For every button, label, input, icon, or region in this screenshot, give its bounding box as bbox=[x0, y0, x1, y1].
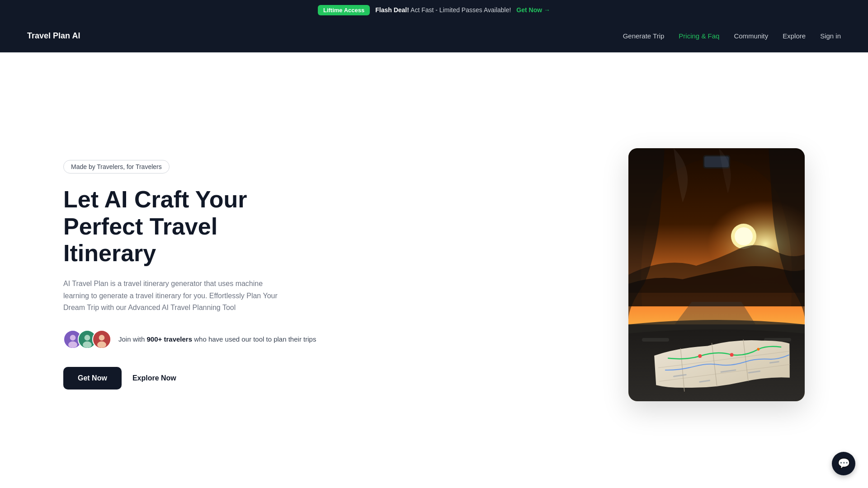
avatar-group bbox=[63, 330, 111, 349]
flash-bold-text: Flash Deal! bbox=[375, 6, 409, 14]
hero-section: Made by Travelers, for Travelers Let AI … bbox=[0, 52, 868, 488]
nav-item-generate-trip[interactable]: Generate Trip bbox=[623, 32, 665, 40]
svg-point-7 bbox=[99, 335, 105, 341]
nav-link-signin[interactable]: Sign in bbox=[820, 32, 841, 40]
nav-link-pricing[interactable]: Pricing & Faq bbox=[679, 32, 719, 40]
svg-point-1 bbox=[70, 335, 76, 341]
announcement-bar: Liftime Access Flash Deal! Act Fast - Li… bbox=[0, 0, 868, 20]
hero-image-svg bbox=[628, 148, 805, 401]
nav-item-pricing[interactable]: Pricing & Faq bbox=[679, 32, 719, 40]
social-text-after: who have used our tool to plan their tri… bbox=[192, 335, 316, 343]
navbar: Travel Plan AI Generate Trip Pricing & F… bbox=[0, 20, 868, 52]
chat-widget[interactable]: 💬 bbox=[832, 452, 855, 475]
nav-links: Generate Trip Pricing & Faq Community Ex… bbox=[623, 32, 841, 40]
get-now-button[interactable]: Get Now bbox=[63, 367, 122, 389]
svg-rect-14 bbox=[642, 338, 669, 342]
social-travelers-count: 900+ travelers bbox=[147, 335, 193, 343]
announcement-cta-link[interactable]: Get Now → bbox=[516, 6, 550, 14]
cta-buttons: Get Now Explore Now bbox=[63, 367, 316, 389]
hero-badge: Made by Travelers, for Travelers bbox=[63, 160, 170, 174]
flash-detail-text: Act Fast - Limited Passes Available! bbox=[410, 6, 511, 14]
social-proof-text: Join with 900+ travelers who have used o… bbox=[118, 334, 316, 345]
nav-item-community[interactable]: Community bbox=[734, 32, 768, 40]
svg-point-2 bbox=[68, 342, 77, 348]
nav-item-explore[interactable]: Explore bbox=[783, 32, 806, 40]
chat-icon: 💬 bbox=[838, 458, 850, 469]
nav-link-explore[interactable]: Explore bbox=[783, 32, 806, 40]
avatar-3 bbox=[92, 330, 111, 349]
lifetime-badge[interactable]: Liftime Access bbox=[318, 5, 370, 15]
hero-image bbox=[628, 148, 805, 401]
explore-now-button[interactable]: Explore Now bbox=[132, 374, 176, 382]
social-text-before: Join with bbox=[118, 335, 147, 343]
nav-link-community[interactable]: Community bbox=[734, 32, 768, 40]
svg-point-4 bbox=[85, 335, 90, 341]
hero-title: Let AI Craft Your Perfect Travel Itinera… bbox=[63, 186, 298, 267]
nav-logo[interactable]: Travel Plan AI bbox=[27, 31, 80, 41]
nav-link-generate-trip[interactable]: Generate Trip bbox=[623, 32, 665, 40]
hero-content: Made by Travelers, for Travelers Let AI … bbox=[63, 160, 316, 390]
nav-item-signin[interactable]: Sign in bbox=[820, 32, 841, 40]
svg-point-5 bbox=[83, 342, 92, 348]
hero-description: AI Travel Plan is a travel itinerary gen… bbox=[63, 278, 289, 314]
svg-point-12 bbox=[735, 227, 753, 245]
svg-point-8 bbox=[97, 342, 106, 348]
social-proof: Join with 900+ travelers who have used o… bbox=[63, 330, 316, 349]
flash-deal-text: Flash Deal! Act Fast - Limited Passes Av… bbox=[375, 6, 511, 14]
